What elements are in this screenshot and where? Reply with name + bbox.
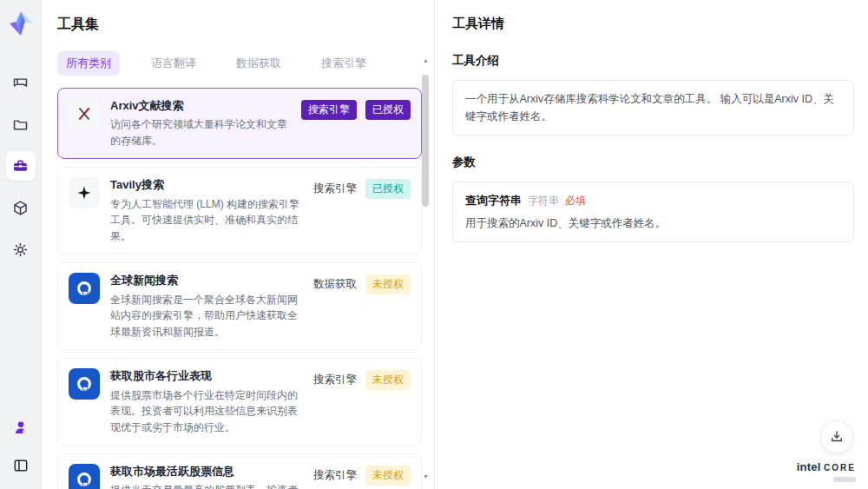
tab-1[interactable]: 语言翻译 xyxy=(142,51,205,76)
tavily-icon xyxy=(69,177,100,208)
auth-status-badge: 已授权 xyxy=(365,179,411,199)
tool-card[interactable]: Tavily搜索专为人工智能代理 (LLM) 构建的搜索引擎工具。可快速提供实时… xyxy=(57,167,422,254)
category-tabs: 所有类别语言翻译数据获取搜索引擎 xyxy=(57,51,434,76)
tool-list: Arxiv文献搜索访问各个研究领域大量科学论文和文章的存储库。搜索引擎已授权Ta… xyxy=(57,88,434,489)
category-label: 数据获取 xyxy=(313,277,357,292)
folder-icon[interactable] xyxy=(6,109,36,139)
download-button[interactable] xyxy=(820,420,853,453)
list-scrollbar[interactable]: ▲ ▼ xyxy=(422,59,429,478)
tool-description: 提供股票市场各个行业在特定时间段内的表现。投资者可以利用这些信息来识别表现优于或… xyxy=(110,387,303,436)
avatar-icon[interactable] xyxy=(6,413,36,442)
tool-card[interactable]: 获取市场最活跃股票信息提供当天交易量最高的股票列表，投资者可以利用这些信息来识别… xyxy=(57,453,422,489)
tool-name: 全球新闻搜索 xyxy=(110,273,303,288)
tool-name: Tavily搜索 xyxy=(110,177,303,193)
scroll-up-icon[interactable]: ▲ xyxy=(423,57,429,63)
category-label: 搜索引擎 xyxy=(313,182,357,196)
tool-description: 全球新闻搜索是一个聚合全球各大新闻网站内容的搜索引擎，帮助用户快速获取全球最新资… xyxy=(110,292,303,340)
tool-intro-text: 一个用于从Arxiv存储库搜索科学论文和文章的工具。 输入可以是Arxiv ID… xyxy=(452,80,854,135)
app-window: 工具集 所有类别语言翻译数据获取搜索引擎 Arxiv文献搜索访问各个研究领域大量… xyxy=(0,0,868,489)
params-list: 查询字符串字符串必填用于搜索的Arxiv ID、关键字或作者姓名。 xyxy=(452,182,854,242)
app-logo-icon xyxy=(8,10,34,36)
tab-3[interactable]: 搜索引擎 xyxy=(312,51,375,76)
category-label: 搜索引擎 xyxy=(313,373,357,387)
panel-collapse-icon[interactable] xyxy=(6,451,36,480)
stock-sector-icon xyxy=(69,368,100,400)
tool-card[interactable]: Arxiv文献搜索访问各个研究领域大量科学论文和文章的存储库。搜索引擎已授权 xyxy=(57,88,422,159)
cube-icon[interactable] xyxy=(6,193,36,222)
tool-name: 获取市场最活跃股票信息 xyxy=(110,464,303,479)
scrollbar-thumb[interactable] xyxy=(422,75,429,207)
toolbox-icon[interactable] xyxy=(6,151,36,181)
category-badge: 搜索引擎 xyxy=(301,100,357,120)
chat-icon[interactable] xyxy=(6,68,36,97)
params-header: 参数 xyxy=(452,155,854,170)
param-type: 字符串 xyxy=(528,194,559,208)
auth-status-badge: 未授权 xyxy=(365,370,411,390)
sidebar-nav xyxy=(6,68,36,264)
detail-title: 工具详情 xyxy=(452,16,854,32)
param-description: 用于搜索的Arxiv ID、关键字或作者姓名。 xyxy=(465,216,841,231)
param-item: 查询字符串字符串必填用于搜索的Arxiv ID、关键字或作者姓名。 xyxy=(452,182,854,242)
arxiv-icon xyxy=(69,98,100,129)
brand-bar xyxy=(833,477,856,482)
tool-card[interactable]: 全球新闻搜索全球新闻搜索是一个聚合全球各大新闻网站内容的搜索引擎，帮助用户快速获… xyxy=(57,262,422,350)
stock-active-icon xyxy=(69,464,100,489)
tool-description: 提供当天交易量最高的股票列表，投资者可以利用这些信息来识别流动性强的股票和潜在的… xyxy=(110,482,303,489)
gear-icon[interactable] xyxy=(6,235,36,264)
scroll-down-icon[interactable]: ▼ xyxy=(423,473,429,479)
page-title: 工具集 xyxy=(57,16,434,34)
brand-core: CORE xyxy=(824,463,856,472)
tool-card[interactable]: 获取股市各行业表现提供股票市场各个行业在特定时间段内的表现。投资者可以利用这些信… xyxy=(57,358,422,446)
tool-name: 获取股市各行业表现 xyxy=(110,368,303,384)
sidebar xyxy=(0,0,42,489)
tool-detail-panel: 工具详情 工具介绍 一个用于从Arxiv存储库搜索科学论文和文章的工具。 输入可… xyxy=(434,0,868,489)
category-label: 搜索引擎 xyxy=(313,468,357,483)
tab-0[interactable]: 所有类别 xyxy=(57,51,120,76)
param-name: 查询字符串 xyxy=(465,193,522,208)
param-required-flag: 必填 xyxy=(565,194,586,208)
brand-intel: intel xyxy=(797,460,821,473)
tool-name: Arxiv文献搜索 xyxy=(110,98,291,114)
intro-header: 工具介绍 xyxy=(452,53,854,69)
globalnews-icon xyxy=(69,273,100,304)
tool-description: 专为人工智能代理 (LLM) 构建的搜索引擎工具。可快速提供实时、准确和真实的结… xyxy=(110,196,303,245)
intel-core-logo: intel CORE xyxy=(797,459,856,482)
tool-list-panel: 工具集 所有类别语言翻译数据获取搜索引擎 Arxiv文献搜索访问各个研究领域大量… xyxy=(42,0,434,489)
tab-2[interactable]: 数据获取 xyxy=(227,51,290,76)
auth-status-badge: 未授权 xyxy=(365,466,411,486)
auth-status-badge: 已授权 xyxy=(365,100,411,120)
auth-status-badge: 未授权 xyxy=(365,274,411,294)
tool-description: 访问各个研究领域大量科学论文和文章的存储库。 xyxy=(110,116,291,149)
